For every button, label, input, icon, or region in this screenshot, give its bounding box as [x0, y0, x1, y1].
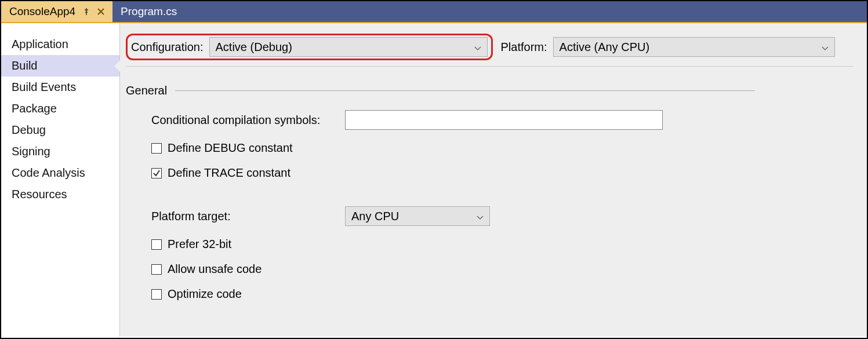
define-debug-checkbox[interactable] — [151, 143, 162, 154]
prefer-32bit-label: Prefer 32-bit — [168, 238, 231, 251]
platform-dropdown[interactable]: Active (Any CPU) — [553, 37, 835, 57]
row-prefer-32bit: Prefer 32-bit — [151, 238, 853, 251]
sidebar-item-signing[interactable]: Signing — [1, 141, 119, 162]
platform-target-dropdown[interactable]: Any CPU — [345, 206, 490, 226]
row-define-debug: Define DEBUG constant — [151, 141, 853, 155]
section-line — [175, 90, 755, 91]
allow-unsafe-checkbox[interactable] — [151, 264, 162, 275]
prefer-32bit-checkbox[interactable] — [151, 239, 162, 250]
sidebar-item-label: Debug — [12, 123, 46, 136]
section-title: General — [126, 84, 167, 97]
configuration-group: Configuration: Active (Debug) — [126, 34, 493, 60]
sidebar-item-package[interactable]: Package — [1, 98, 119, 119]
chevron-down-icon — [474, 41, 481, 54]
sidebar-item-label: Signing — [12, 145, 50, 158]
row-allow-unsafe: Allow unsafe code — [151, 263, 853, 276]
sidebar-item-label: Application — [12, 38, 68, 50]
sidebar-item-resources[interactable]: Resources — [1, 184, 119, 205]
row-define-trace: Define TRACE constant — [151, 166, 853, 180]
define-trace-label: Define TRACE constant — [168, 166, 290, 180]
conditional-symbols-label: Conditional compilation symbols: — [151, 114, 337, 127]
configuration-dropdown[interactable]: Active (Debug) — [209, 37, 488, 57]
configuration-label: Configuration: — [131, 41, 204, 54]
sidebar-item-code-analysis[interactable]: Code Analysis — [1, 162, 119, 184]
sidebar-item-label: Build — [12, 59, 37, 72]
divider — [126, 66, 853, 67]
tab-label: Program.cs — [121, 5, 177, 18]
close-icon[interactable] — [97, 8, 104, 15]
optimize-label: Optimize code — [168, 287, 242, 301]
workarea: Application Build Build Events Package D… — [1, 23, 867, 337]
platform-label: Platform: — [501, 41, 547, 54]
allow-unsafe-label: Allow unsafe code — [168, 263, 262, 276]
sidebar-item-build-events[interactable]: Build Events — [1, 76, 119, 98]
configuration-value: Active (Debug) — [216, 41, 292, 54]
chevron-down-icon — [477, 210, 484, 223]
sidebar-item-label: Code Analysis — [12, 166, 85, 179]
sidebar-item-build[interactable]: Build — [1, 55, 119, 76]
sidebar-item-label: Resources — [12, 188, 67, 201]
tab-label: ConsoleApp4 — [9, 5, 75, 18]
platform-target-label: Platform target: — [151, 210, 337, 223]
conditional-symbols-input[interactable] — [345, 110, 663, 130]
pin-icon[interactable] — [82, 8, 90, 16]
tab-program-cs[interactable]: Program.cs — [112, 1, 185, 22]
tab-consoleapp4[interactable]: ConsoleApp4 — [1, 1, 112, 22]
section-header-general: General — [126, 84, 853, 97]
sidebar-item-application[interactable]: Application — [1, 34, 119, 55]
define-debug-label: Define DEBUG constant — [168, 141, 293, 155]
row-platform-target: Platform target: Any CPU — [151, 206, 853, 226]
content-pane: Configuration: Active (Debug) Platform: … — [120, 23, 867, 337]
sidebar: Application Build Build Events Package D… — [1, 23, 120, 337]
sidebar-item-label: Build Events — [12, 81, 76, 93]
tab-strip: ConsoleApp4 Program.cs — [1, 1, 867, 23]
sidebar-item-label: Package — [12, 102, 57, 115]
chevron-down-icon — [822, 41, 829, 54]
row-conditional-symbols: Conditional compilation symbols: — [151, 110, 853, 130]
define-trace-checkbox[interactable] — [151, 168, 162, 178]
platform-value: Active (Any CPU) — [560, 41, 650, 54]
config-row: Configuration: Active (Debug) Platform: … — [126, 34, 853, 60]
row-optimize: Optimize code — [151, 287, 853, 301]
optimize-checkbox[interactable] — [151, 289, 162, 300]
platform-target-value: Any CPU — [351, 210, 399, 223]
sidebar-item-debug[interactable]: Debug — [1, 119, 119, 141]
platform-group: Platform: Active (Any CPU) — [501, 37, 835, 57]
form-general: Conditional compilation symbols: Define … — [126, 110, 853, 301]
